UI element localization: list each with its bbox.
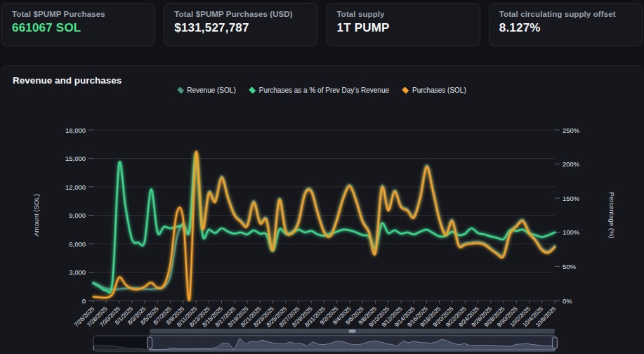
left-axis-title: Amount (SOL) bbox=[32, 194, 40, 237]
brush-right-handle[interactable] bbox=[553, 337, 558, 348]
right-tick-label: 100% bbox=[563, 228, 580, 236]
purchases-pct-line-halo bbox=[93, 153, 555, 293]
brush-scrollbar-grip[interactable] bbox=[349, 329, 356, 332]
left-tick-label: 15,000 bbox=[65, 155, 86, 162]
purchases-pct-line-core bbox=[93, 153, 555, 293]
brush-range-selector bbox=[93, 329, 558, 351]
revenue-line-halo bbox=[93, 162, 555, 289]
purchases-pct-line bbox=[93, 153, 555, 293]
right-tick-label: 50% bbox=[563, 263, 577, 270]
left-tick-label: 3,000 bbox=[69, 268, 86, 276]
revenue-purchases-chart: 03,0006,0009,00012,00015,00018,000Amount… bbox=[0, 0, 644, 354]
right-axis-title: Percentage (%) bbox=[608, 192, 616, 238]
left-tick-label: 0 bbox=[82, 297, 86, 305]
y-axis-left: 03,0006,0009,00012,00015,00018,000Amount… bbox=[32, 126, 93, 305]
x-axis: 7/26/20257/28/20257/30/20258/1/20258/3/2… bbox=[72, 301, 557, 329]
left-tick-label: 18,000 bbox=[65, 126, 86, 134]
right-tick-label: 200% bbox=[563, 160, 580, 168]
left-tick-label: 9,000 bbox=[69, 211, 86, 219]
left-tick-label: 12,000 bbox=[65, 183, 86, 191]
y-axis-right: 0%50%100%150%200%250%Percentage (%) bbox=[555, 126, 616, 305]
brush-selection-window[interactable] bbox=[150, 335, 555, 351]
brush-unselected-mask bbox=[94, 336, 149, 350]
right-tick-label: 0% bbox=[563, 297, 572, 305]
brush-left-handle[interactable] bbox=[147, 337, 152, 348]
left-tick-label: 6,000 bbox=[69, 240, 86, 248]
revenue-line bbox=[93, 162, 555, 289]
revenue-line-core bbox=[93, 162, 555, 289]
grip-dot bbox=[350, 331, 352, 332]
grid-lines bbox=[93, 130, 555, 301]
right-tick-label: 150% bbox=[563, 195, 580, 202]
right-tick-label: 250% bbox=[563, 126, 580, 134]
grip-dot bbox=[353, 331, 355, 332]
